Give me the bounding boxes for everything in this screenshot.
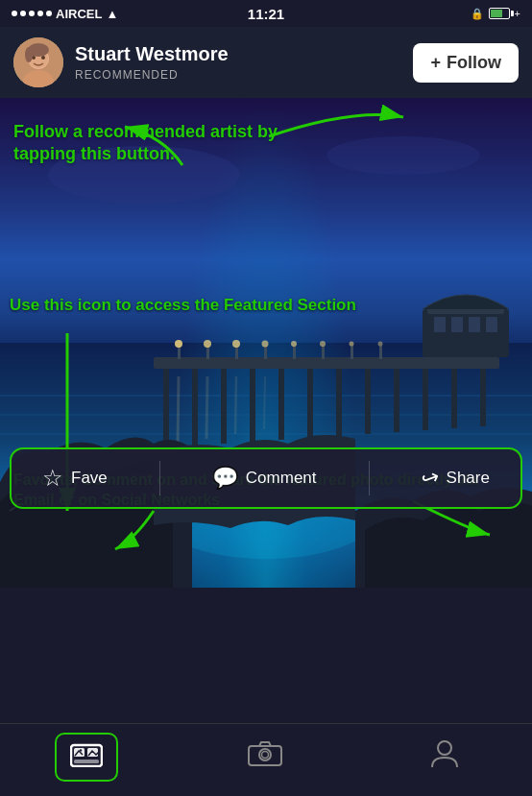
svg-rect-18: [192, 369, 198, 446]
svg-rect-31: [434, 317, 446, 332]
svg-point-40: [232, 340, 240, 348]
fave-button[interactable]: ☆ Fave: [33, 457, 117, 499]
svg-rect-34: [486, 317, 497, 332]
svg-point-7: [25, 47, 33, 62]
bottom-nav: [0, 723, 532, 796]
svg-rect-33: [469, 317, 480, 332]
action-bar: ☆ Fave 💬 Comment ↪ Share: [10, 447, 522, 509]
svg-rect-20: [250, 369, 255, 442]
svg-point-50: [378, 342, 383, 347]
svg-point-64: [438, 741, 451, 755]
follow-label: Follow: [447, 53, 501, 73]
svg-rect-17: [163, 369, 169, 446]
svg-point-48: [350, 342, 354, 347]
svg-point-9: [326, 136, 480, 175]
svg-rect-28: [480, 369, 486, 426]
svg-rect-26: [423, 369, 428, 430]
status-right: 🔒 +: [471, 8, 520, 20]
svg-rect-23: [336, 369, 342, 436]
nav-gallery[interactable]: [55, 733, 118, 782]
svg-line-53: [235, 376, 236, 434]
gallery-icon: [70, 740, 103, 774]
nav-profile[interactable]: [412, 733, 477, 782]
svg-point-46: [320, 341, 326, 347]
share-button[interactable]: ↪ Share: [412, 458, 499, 498]
svg-rect-16: [154, 357, 499, 369]
svg-line-54: [264, 376, 265, 429]
svg-rect-59: [74, 760, 99, 763]
svg-point-8: [48, 146, 240, 204]
pier-scene: Follow a recommended artist by tapping t…: [0, 98, 532, 588]
comment-label: Comment: [246, 469, 317, 488]
svg-line-52: [206, 376, 207, 439]
svg-point-44: [291, 341, 297, 347]
svg-rect-19: [221, 369, 227, 444]
svg-rect-43: [293, 346, 296, 359]
svg-rect-29: [423, 309, 509, 357]
signal-dots: [12, 11, 52, 16]
svg-rect-45: [322, 346, 325, 359]
avatar: [13, 37, 63, 87]
wifi-icon: ▲: [106, 7, 118, 21]
comment-icon: 💬: [212, 466, 238, 491]
artist-name: Stuart Westmore: [75, 43, 401, 65]
nav-camera[interactable]: [229, 735, 302, 780]
status-left: AIRCEL ▲: [12, 7, 118, 21]
share-icon: ↪: [418, 464, 443, 494]
svg-rect-37: [206, 346, 209, 359]
svg-rect-32: [451, 317, 463, 332]
fave-label: Fave: [71, 469, 108, 488]
comment-button[interactable]: 💬 Comment: [203, 458, 326, 498]
divider-2: [369, 461, 370, 495]
svg-rect-47: [351, 346, 353, 359]
svg-point-63: [261, 752, 268, 759]
svg-rect-35: [178, 346, 181, 359]
header-info: Stuart Westmore RECOMMENDED: [75, 43, 401, 82]
svg-point-36: [175, 340, 182, 348]
profile-icon: [431, 738, 458, 776]
follow-plus: +: [430, 53, 441, 73]
divider-1: [159, 461, 160, 495]
svg-rect-22: [307, 369, 313, 438]
svg-rect-41: [264, 346, 267, 359]
camera-icon: [248, 740, 282, 774]
main-image: Follow a recommended artist by tapping t…: [0, 98, 532, 588]
charge-icon: +: [515, 8, 520, 19]
svg-point-38: [204, 340, 211, 348]
lock-icon: 🔒: [471, 8, 484, 20]
recommended-badge: RECOMMENDED: [75, 68, 401, 82]
follow-button[interactable]: + Follow: [413, 43, 519, 83]
header: Stuart Westmore RECOMMENDED + Follow: [0, 27, 532, 98]
avatar-image: [13, 37, 63, 87]
share-label: Share: [447, 469, 490, 488]
status-bar: AIRCEL ▲ 11:21 🔒 +: [0, 0, 532, 27]
carrier-label: AIRCEL: [56, 7, 102, 21]
fave-icon: ☆: [42, 465, 63, 492]
svg-rect-24: [365, 369, 371, 434]
svg-line-51: [178, 376, 179, 444]
svg-rect-39: [235, 346, 238, 359]
svg-rect-25: [394, 369, 399, 432]
svg-point-60: [80, 749, 82, 751]
time-label: 11:21: [248, 6, 284, 22]
svg-rect-27: [451, 369, 457, 428]
svg-rect-49: [379, 346, 382, 359]
svg-point-42: [262, 341, 269, 348]
battery-icon: [489, 8, 510, 19]
svg-rect-21: [278, 369, 284, 440]
